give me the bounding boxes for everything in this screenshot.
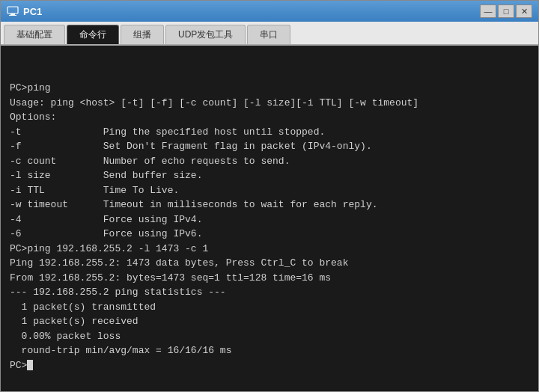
maximize-button[interactable]: □	[498, 4, 514, 18]
close-button[interactable]: ✕	[516, 4, 532, 18]
terminal-line: -6 Force using IPv6.	[10, 227, 529, 242]
tab-multicast[interactable]: 组播	[121, 25, 164, 44]
terminal-line: -t Ping the specified host until stopped…	[10, 125, 529, 140]
terminal-line: -4 Force using IPv4.	[10, 212, 529, 227]
terminal-line: -i TTL Time To Live.	[10, 183, 529, 198]
terminal-line: From 192.168.255.2: bytes=1473 seq=1 ttl…	[10, 271, 529, 286]
terminal-line: -c count Number of echo requests to send…	[10, 154, 529, 169]
tab-udp-tool[interactable]: UDP发包工具	[165, 25, 246, 44]
terminal-line: -w timeout Timeout in milliseconds to wa…	[10, 197, 529, 212]
terminal-line: 0.00% packet loss	[10, 329, 529, 344]
window-title: PC1	[23, 6, 42, 17]
pc-icon	[7, 5, 19, 17]
terminal-cursor	[27, 360, 33, 370]
terminal-line: PC>	[10, 358, 529, 373]
terminal-line: --- 192.168.255.2 ping statistics ---	[10, 285, 529, 300]
terminal-line: PC>ping	[10, 81, 529, 96]
tab-serial[interactable]: 串口	[247, 25, 290, 44]
title-bar-left: PC1	[7, 5, 42, 17]
svg-rect-0	[7, 7, 18, 13]
terminal-line: Options:	[10, 110, 529, 125]
title-bar: PC1 — □ ✕	[1, 1, 538, 22]
main-window: PC1 — □ ✕ 基础配置 命令行 组播 UDP发包工具 串口 PC>ping…	[0, 0, 539, 392]
terminal-line: PC>ping 192.168.255.2 -l 1473 -c 1	[10, 242, 529, 257]
terminal-line: 1 packet(s) received	[10, 314, 529, 329]
terminal-line: -l size Send buffer size.	[10, 168, 529, 183]
tab-command-line[interactable]: 命令行	[67, 25, 119, 44]
terminal-line: -f Set Don't Fragment flag in packet (IP…	[10, 139, 529, 154]
terminal-line: Usage: ping <host> [-t] [-f] [-c count] …	[10, 96, 529, 111]
terminal-line: 1 packet(s) transmitted	[10, 300, 529, 315]
minimize-button[interactable]: —	[480, 4, 496, 18]
terminal-area[interactable]: PC>pingUsage: ping <host> [-t] [-f] [-c …	[1, 46, 538, 391]
tab-basic-config[interactable]: 基础配置	[4, 25, 65, 44]
svg-rect-2	[9, 15, 16, 16]
title-controls: — □ ✕	[480, 4, 532, 18]
terminal-line: round-trip min/avg/max = 16/16/16 ms	[10, 343, 529, 358]
terminal-line: Ping 192.168.255.2: 1473 data bytes, Pre…	[10, 256, 529, 271]
svg-rect-1	[10, 13, 15, 15]
tab-bar: 基础配置 命令行 组播 UDP发包工具 串口	[1, 22, 538, 46]
